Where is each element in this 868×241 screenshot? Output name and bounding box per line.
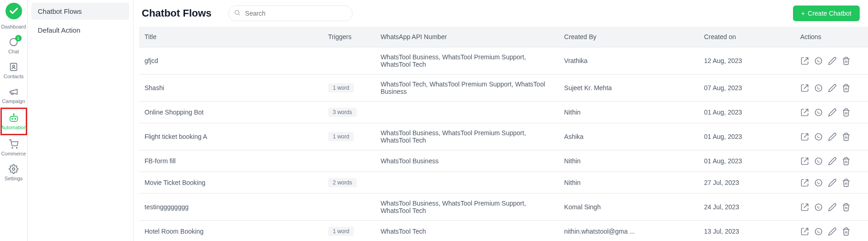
cell-actions [795,150,868,172]
chatbot-table: Title Triggers WhatsApp API Number Creat… [139,27,868,241]
nav-label: Dashboard [1,24,26,29]
col-title: Title [139,27,323,47]
edit-icon[interactable] [828,132,837,141]
trigger-chip: 1 word [328,132,354,141]
cell-title: Flight ticket booking A [139,123,323,150]
edit-icon[interactable] [828,227,837,236]
cell-on: 24 Jul, 2023 [699,194,795,221]
whatsapp-icon[interactable] [814,56,823,65]
svg-point-10 [12,167,15,170]
row-actions [800,178,862,187]
nav-item-dashboard[interactable]: Dashboard [0,20,27,33]
whatsapp-icon[interactable] [814,108,823,117]
whatsapp-icon[interactable] [814,178,823,187]
delete-icon[interactable] [842,202,851,212]
cell-actions [795,47,868,75]
edit-icon[interactable] [828,156,837,166]
cell-title: gfjcd [139,47,323,75]
open-icon[interactable] [800,108,810,117]
delete-icon[interactable] [842,178,851,187]
delete-icon[interactable] [842,227,851,236]
cell-actions [795,75,868,102]
trigger-chip: 1 word [328,227,354,236]
create-chatbot-button[interactable]: + Create Chatbot [793,6,860,21]
nav-item-automation[interactable]: Automation [0,108,27,135]
cell-triggers: 1 word [323,221,375,241]
page-header: Chatbot Flows + Create Chatbot [133,0,868,27]
cell-title: testingggggggg [139,194,323,221]
edit-icon[interactable] [828,178,837,187]
cell-triggers: 1 word [323,123,375,150]
subnav-item[interactable]: Chatbot Flows [31,3,129,20]
open-icon[interactable] [800,56,810,65]
cell-triggers [323,150,375,172]
whatsapp-icon[interactable] [814,156,823,166]
nav-badge: 1 [15,35,22,41]
edit-icon[interactable] [828,202,837,212]
cell-api: WhatsTool Business, WhatsTool Premium Su… [375,194,559,221]
cell-actions [795,172,868,194]
campaign-icon [9,86,19,97]
search-input[interactable] [228,6,353,21]
svg-point-2 [12,65,14,67]
cell-title: Movie Ticket Booking [139,172,323,194]
delete-icon[interactable] [842,132,851,141]
settings-icon [9,164,19,174]
trigger-chip: 1 word [328,83,354,92]
whatsapp-icon[interactable] [814,202,823,212]
cell-on: 01 Aug, 2023 [699,123,795,150]
nav-label: Settings [5,176,23,181]
page-title: Chatbot Flows [142,7,212,19]
cell-api [375,172,559,194]
delete-icon[interactable] [842,83,851,92]
whatsapp-icon[interactable] [814,83,823,92]
subnav-item[interactable]: Default Action [31,22,129,39]
cell-by: Komal Singh [559,194,699,221]
open-icon[interactable] [800,202,810,212]
nav-item-contacts[interactable]: Contacts [0,58,27,83]
edit-icon[interactable] [828,83,837,92]
table-row: Hotel Room Booking 1 word WhatsTool Tech… [139,221,868,241]
row-actions [800,202,862,212]
cell-triggers: 1 word [323,75,375,102]
commerce-icon [9,139,19,149]
nav-item-campaign[interactable]: Campaign [0,83,27,108]
nav-item-settings[interactable]: Settings [0,160,27,185]
svg-point-7 [13,114,14,115]
col-triggers: Triggers [323,27,375,47]
open-icon[interactable] [800,83,810,92]
cell-on: 12 Aug, 2023 [699,47,795,75]
col-api: WhatsApp API Number [375,27,559,47]
svg-point-5 [15,118,16,119]
main-area: Chatbot Flows + Create Chatbot Title Tri… [133,0,868,241]
primary-nav: DashboardChat1ContactsCampaignAutomation… [0,0,28,241]
contacts-icon [9,62,19,72]
cell-triggers: 3 words [323,102,375,123]
edit-icon[interactable] [828,108,837,117]
cell-triggers [323,194,375,221]
cell-actions [795,221,868,241]
delete-icon[interactable] [842,156,851,166]
row-actions [800,108,862,117]
delete-icon[interactable] [842,108,851,117]
delete-icon[interactable] [842,56,851,65]
row-actions [800,83,862,92]
cell-by: Sujeet Kr. Mehta [559,75,699,102]
table-row: FB-form fill WhatsTool Business Nithin 0… [139,150,868,172]
whatsapp-icon[interactable] [814,227,823,236]
open-icon[interactable] [800,227,810,236]
svg-point-15 [816,109,822,115]
cell-on: 13 Jul, 2023 [699,221,795,241]
nav-item-commerce[interactable]: Commerce [0,135,27,160]
open-icon[interactable] [800,132,810,141]
nav-item-chat[interactable]: Chat1 [0,33,27,58]
whatsapp-icon[interactable] [814,132,823,141]
search-wrap [228,6,353,21]
cell-actions [795,123,868,150]
open-icon[interactable] [800,178,810,187]
svg-point-14 [816,85,822,91]
edit-icon[interactable] [828,56,837,65]
nav-label: Automation [1,125,27,130]
cell-by: Vrathika [559,47,699,75]
open-icon[interactable] [800,156,810,166]
